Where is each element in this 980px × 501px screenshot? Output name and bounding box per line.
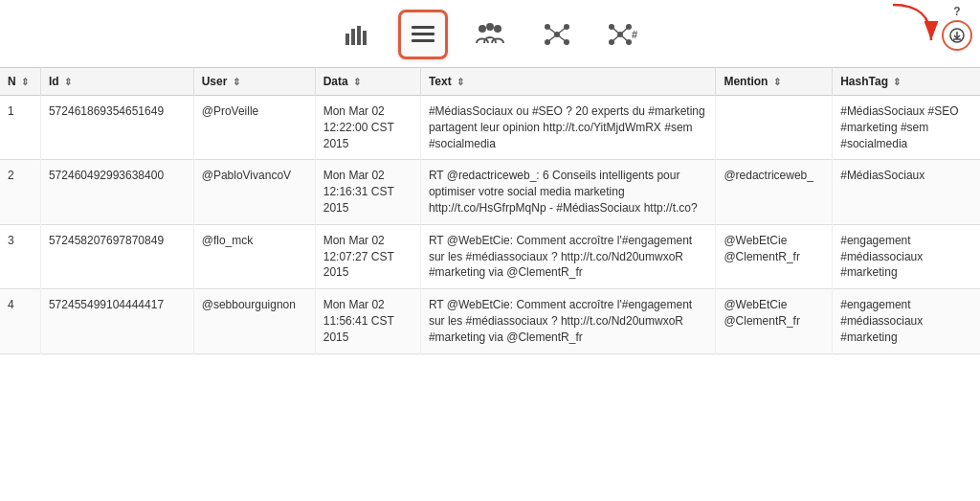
cell-user: @PabloVivancoV: [193, 160, 315, 224]
table-row: 3572458207697870849@flo_mckMon Mar 02 12…: [0, 224, 980, 288]
network-view-1-button[interactable]: [532, 10, 582, 59]
svg-rect-0: [345, 34, 349, 45]
question-mark-label: ?: [953, 5, 960, 18]
cell-data: Mon Mar 02 11:56:41 CST 2015: [315, 289, 420, 353]
cell-n: 3: [0, 224, 40, 288]
svg-line-17: [547, 34, 557, 42]
cell-id: 572458207697870849: [40, 224, 193, 288]
toolbar: #: [0, 0, 980, 67]
svg-line-24: [612, 27, 620, 34]
cell-data: Mon Mar 02 12:07:27 CST 2015: [315, 224, 420, 288]
cell-mention: @redactriceweb_: [716, 160, 833, 224]
cell-mention: @WebEtCie @ClementR_fr: [716, 289, 833, 353]
svg-line-16: [557, 27, 567, 34]
sort-icon-mention: ⇕: [773, 77, 781, 87]
red-arrow-icon: [888, 0, 946, 53]
svg-rect-3: [363, 31, 367, 45]
cell-hashtag: #MédiasSociaux #SEO #marketing #sem #soc…: [833, 96, 980, 160]
svg-rect-5: [412, 33, 434, 35]
cell-n: 4: [0, 289, 40, 353]
cell-text: #MédiasSociaux ou #SEO ? 20 experts du #…: [420, 96, 716, 160]
download-button[interactable]: [942, 20, 972, 51]
data-table: N ⇕ Id ⇕ User ⇕ Data ⇕ Text ⇕: [0, 67, 980, 354]
cell-id: 572455499104444417: [40, 289, 193, 353]
cell-n: 2: [0, 160, 40, 224]
col-header-id[interactable]: Id ⇕: [40, 68, 193, 96]
table-body: 1572461869354651649@ProVeilleMon Mar 02 …: [0, 96, 980, 354]
bar-chart-button[interactable]: [331, 10, 381, 59]
sort-icon-n: ⇕: [21, 77, 29, 87]
table-header-row: N ⇕ Id ⇕ User ⇕ Data ⇕ Text ⇕: [0, 68, 980, 96]
data-table-wrapper: N ⇕ Id ⇕ User ⇕ Data ⇕ Text ⇕: [0, 67, 980, 354]
cell-text: RT @WebEtCie: Comment accroître l'#engag…: [420, 224, 716, 288]
svg-rect-2: [357, 26, 361, 45]
col-header-text[interactable]: Text ⇕: [420, 68, 716, 96]
list-view-button[interactable]: [398, 10, 448, 59]
svg-rect-1: [351, 29, 355, 45]
cell-hashtag: #MédiasSociaux: [833, 160, 980, 224]
cell-id: 572461869354651649: [40, 96, 193, 160]
svg-rect-6: [412, 39, 434, 42]
col-header-user[interactable]: User ⇕: [193, 68, 315, 96]
top-section: # ?: [0, 0, 980, 67]
cell-hashtag: #engagement #médiassociaux #marketing: [833, 289, 980, 353]
table-row: 1572461869354651649@ProVeilleMon Mar 02 …: [0, 96, 980, 160]
svg-rect-4: [412, 26, 434, 29]
cell-data: Mon Mar 02 12:22:00 CST 2015: [315, 96, 420, 160]
svg-point-8: [486, 23, 494, 31]
col-header-n[interactable]: N ⇕: [0, 68, 40, 96]
network-view-2-button[interactable]: #: [599, 10, 649, 59]
cell-user: @ProVeille: [193, 96, 315, 160]
sort-icon-hashtag: ⇕: [893, 77, 901, 87]
sort-icon-id: ⇕: [64, 77, 72, 87]
svg-point-7: [479, 25, 486, 33]
sort-icon-user: ⇕: [233, 77, 240, 87]
cell-hashtag: #engagement #médiassociaux #marketing: [833, 224, 980, 288]
help-area: ?: [942, 5, 972, 51]
col-header-mention[interactable]: Mention ⇕: [716, 68, 833, 96]
sort-icon-text: ⇕: [457, 77, 464, 87]
table-row: 2572460492993638400@PabloVivancoVMon Mar…: [0, 160, 980, 224]
cell-mention: @WebEtCie @ClementR_fr: [716, 224, 833, 288]
cell-n: 1: [0, 96, 40, 160]
group-view-button[interactable]: [465, 10, 515, 59]
svg-text:#: #: [632, 29, 637, 40]
cell-user: @sebbourguignon: [193, 289, 315, 353]
svg-line-26: [612, 34, 620, 42]
cell-text: RT @redactriceweb_: 6 Conseils intellige…: [420, 160, 716, 224]
cell-mention: [716, 96, 833, 160]
col-header-hashtag[interactable]: HashTag ⇕: [833, 68, 980, 96]
svg-line-25: [620, 27, 629, 34]
cell-id: 572460492993638400: [40, 160, 193, 224]
cell-data: Mon Mar 02 12:16:31 CST 2015: [315, 160, 420, 224]
svg-line-15: [547, 27, 557, 34]
cell-text: RT @WebEtCie: Comment accroître l'#engag…: [420, 289, 716, 353]
svg-point-9: [494, 25, 501, 33]
table-row: 4572455499104444417@sebbourguignonMon Ma…: [0, 289, 980, 353]
sort-icon-data: ⇕: [353, 77, 361, 87]
cell-user: @flo_mck: [193, 224, 315, 288]
svg-line-18: [557, 34, 567, 42]
col-header-data[interactable]: Data ⇕: [315, 68, 420, 96]
svg-line-27: [620, 34, 629, 42]
